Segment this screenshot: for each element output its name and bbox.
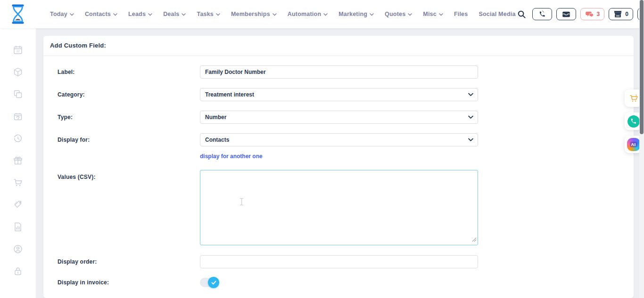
main-nav: Today Contacts Leads Deals Tasks Members…	[50, 11, 516, 17]
chevron-down-icon	[182, 13, 186, 16]
display-for-field-label: Display for:	[58, 137, 200, 143]
vertical-scrollbar-track	[639, 0, 644, 298]
chevron-down-icon	[272, 13, 277, 16]
inbox-button[interactable]	[556, 8, 576, 20]
display-in-invoice-toggle[interactable]	[200, 278, 218, 287]
type-select-value: Number	[205, 114, 226, 121]
header-tools: 3 0 ? ClinicSoftware .com	[516, 7, 644, 21]
nav-item-automation[interactable]: Automation	[288, 11, 328, 17]
left-sidebar: 12	[0, 28, 36, 298]
nav-item-tasks[interactable]: Tasks	[197, 11, 220, 17]
nav-label: Automation	[288, 11, 321, 17]
store-button[interactable]: 0	[609, 8, 633, 20]
display-order-field-label: Display order:	[58, 258, 200, 265]
search-icon[interactable]	[516, 8, 528, 20]
nav-label: Social Media	[479, 11, 515, 17]
nav-label: Files	[454, 11, 468, 17]
page-title: Add Custom Field:	[50, 36, 106, 56]
toggle-knob	[208, 277, 219, 288]
nav-item-files[interactable]: Files	[454, 11, 468, 17]
label-row: Label:	[58, 65, 478, 79]
nav-item-quotes[interactable]: Quotes	[385, 11, 412, 17]
history-icon[interactable]	[13, 133, 23, 144]
vertical-scrollbar-thumb[interactable]	[640, 0, 644, 134]
nav-item-today[interactable]: Today	[50, 11, 74, 17]
nav-label: Tasks	[197, 11, 214, 17]
cart-icon[interactable]	[13, 177, 23, 188]
type-select[interactable]: Number	[200, 111, 478, 124]
values-csv-field-label: Values (CSV):	[58, 174, 200, 180]
cart-icon	[628, 94, 639, 103]
nav-item-leads[interactable]: Leads	[128, 11, 152, 17]
chevron-down-icon	[148, 13, 152, 16]
ai-icon: AI	[627, 138, 640, 151]
phone-icon	[538, 10, 546, 18]
text-cursor	[239, 198, 244, 208]
ai-label: AI	[630, 142, 637, 147]
display-in-invoice-row: Display in invoice:	[58, 278, 218, 287]
tags-icon[interactable]	[13, 200, 23, 210]
chat-bubbles-icon	[585, 11, 594, 18]
app-logo-icon[interactable]	[9, 4, 26, 24]
type-field-label: Type:	[58, 114, 200, 121]
nav-label: Misc	[423, 11, 437, 17]
chevron-down-icon	[468, 93, 473, 97]
values-csv-textarea[interactable]	[200, 170, 478, 245]
category-row: Category: Treatment interest	[58, 88, 478, 101]
nav-label: Leads	[128, 11, 146, 17]
display-order-row: Display order:	[58, 255, 478, 268]
user-circle-icon[interactable]	[13, 244, 23, 254]
display-for-select-value: Contacts	[205, 137, 229, 143]
check-icon	[211, 281, 216, 285]
nav-item-social-media[interactable]: Social Media	[479, 11, 515, 17]
booking-icon[interactable]	[13, 111, 23, 121]
add-custom-field-card: Add Custom Field: Label: Category: Treat…	[43, 36, 634, 298]
nav-label: Memberships	[231, 11, 270, 17]
package-icon[interactable]	[13, 67, 23, 77]
top-header: Today Contacts Leads Deals Tasks Members…	[0, 0, 644, 28]
chevron-down-icon	[408, 13, 412, 16]
chevron-down-icon	[113, 13, 117, 16]
store-icon	[613, 10, 622, 18]
divider	[43, 56, 634, 56]
svg-text:12: 12	[16, 49, 20, 53]
gift-icon[interactable]	[13, 155, 23, 166]
chevron-down-icon	[439, 13, 443, 16]
chevron-down-icon	[468, 116, 473, 119]
nav-label: Marketing	[339, 11, 367, 17]
chat-button[interactable]: 3	[580, 8, 605, 20]
nav-item-deals[interactable]: Deals	[163, 11, 186, 17]
nav-item-misc[interactable]: Misc	[423, 11, 443, 17]
phone-icon	[630, 118, 636, 124]
nav-label: Quotes	[385, 11, 405, 17]
nav-label: Today	[50, 11, 67, 17]
label-field-label: Label:	[58, 69, 200, 75]
chevron-down-icon	[323, 13, 328, 16]
phone-circle	[627, 115, 640, 128]
chat-count-badge: 3	[597, 11, 600, 17]
inbox-icon	[562, 11, 570, 18]
chevron-down-icon	[468, 138, 473, 142]
category-field-label: Category:	[58, 91, 200, 98]
nav-label: Deals	[163, 11, 179, 17]
chevron-down-icon	[70, 13, 74, 16]
chevron-down-icon	[216, 13, 220, 16]
type-row: Type: Number	[58, 111, 478, 124]
chevron-down-icon	[370, 13, 374, 16]
report-icon[interactable]	[13, 222, 23, 232]
store-count-badge: 0	[625, 11, 628, 17]
phone-button[interactable]	[532, 8, 552, 20]
resize-handle-icon[interactable]	[472, 235, 477, 244]
nav-item-contacts[interactable]: Contacts	[85, 11, 117, 17]
nav-item-memberships[interactable]: Memberships	[231, 11, 277, 17]
label-input[interactable]	[200, 65, 478, 79]
nav-item-marketing[interactable]: Marketing	[339, 11, 374, 17]
display-for-another-one-link[interactable]: display for another one	[200, 153, 263, 160]
copy-icon[interactable]	[13, 89, 23, 99]
calendar-icon[interactable]: 12	[13, 45, 23, 55]
display-for-select[interactable]: Contacts	[200, 133, 478, 146]
display-for-another-row: display for another one	[58, 153, 263, 160]
lock-icon[interactable]	[13, 266, 23, 276]
display-order-input[interactable]	[200, 255, 478, 268]
category-select[interactable]: Treatment interest	[200, 88, 478, 101]
